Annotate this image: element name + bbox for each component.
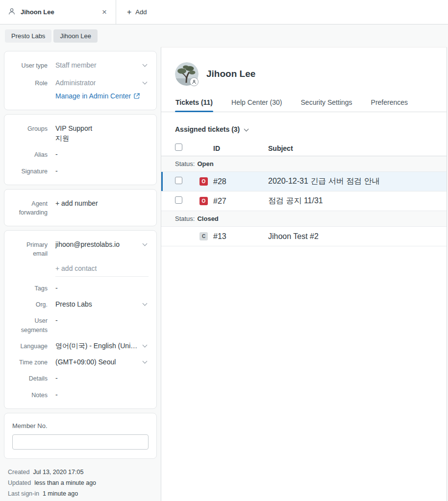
language-label: Language bbox=[12, 341, 48, 351]
breadcrumb-item-user[interactable]: Jihoon Lee bbox=[53, 29, 98, 43]
manage-admin-center-link[interactable]: Manage in Admin Center bbox=[55, 91, 140, 101]
ticket-subject[interactable]: Jihoon Test #2 bbox=[268, 232, 447, 241]
time-zone-select[interactable]: (GMT+09:00) Seoul bbox=[55, 357, 149, 367]
notes-value[interactable]: - bbox=[55, 390, 149, 400]
alias-label: Alias bbox=[12, 149, 48, 159]
plus-icon: + bbox=[127, 8, 131, 16]
language-select[interactable]: 영어(미국) - English (Unite... bbox=[55, 341, 149, 351]
primary-email-label: Primary email bbox=[12, 239, 48, 258]
updated-label: Updated bbox=[8, 479, 31, 486]
created-value: Jul 13, 2020 17:05 bbox=[33, 469, 83, 476]
user-tab[interactable]: Jihoon Lee × bbox=[0, 0, 116, 24]
ticket-subject[interactable]: 2020-12-31 긴급 서버 점검 안내 bbox=[268, 176, 447, 187]
org-label: Org. bbox=[12, 299, 48, 309]
user-fields-sidebar: User type Staff member Role Administrato… bbox=[0, 47, 161, 501]
chevron-down-icon bbox=[244, 126, 249, 131]
ticket-row[interactable]: C #13 Jihoon Test #2 bbox=[161, 227, 447, 246]
language-value: 영어(미국) - English (Unite... bbox=[55, 341, 139, 351]
chevron-down-icon bbox=[143, 359, 148, 364]
status-group-open: Status: Open bbox=[161, 156, 447, 172]
groups-label: Groups bbox=[12, 123, 48, 133]
ticket-row[interactable]: O #28 2020-12-31 긴급 서버 점검 안내 bbox=[161, 172, 447, 191]
status-badge-closed: C bbox=[199, 232, 208, 240]
status-badge-open: O bbox=[199, 197, 208, 205]
tab-security-settings[interactable]: Security Settings bbox=[300, 95, 353, 112]
tab-preferences[interactable]: Preferences bbox=[371, 95, 408, 112]
org-value: Presto Labs bbox=[55, 299, 92, 309]
row-checkbox[interactable] bbox=[175, 177, 182, 184]
details-label: Details bbox=[12, 373, 48, 383]
role-select[interactable]: Administrator bbox=[55, 78, 149, 88]
add-tab-button[interactable]: + Add bbox=[116, 0, 157, 24]
ticket-id: #13 bbox=[213, 232, 268, 241]
select-all-checkbox[interactable] bbox=[175, 143, 182, 151]
top-bar: Jihoon Lee × + Add bbox=[0, 0, 448, 24]
created-label: Created bbox=[8, 469, 29, 476]
notes-label: Notes bbox=[12, 390, 48, 400]
group-item: VIP Support bbox=[55, 123, 149, 133]
last-sign-in-label: Last sign-in bbox=[8, 490, 39, 497]
breadcrumb: Presto Labs Jihoon Lee bbox=[0, 24, 448, 47]
user-type-select[interactable]: Staff member bbox=[55, 60, 149, 70]
user-meta: CreatedJul 13, 2020 17:05 Updatedless th… bbox=[4, 463, 157, 497]
add-contact-button[interactable]: + add contact bbox=[55, 263, 149, 273]
status-label: Status: bbox=[175, 215, 195, 222]
add-tab-label: Add bbox=[135, 8, 147, 16]
status-value: Open bbox=[197, 160, 213, 167]
signature-label: Signature bbox=[12, 166, 48, 176]
card-identity: User type Staff member Role Administrato… bbox=[4, 51, 157, 110]
ticket-row[interactable]: O #27 점검 공지 11/31 bbox=[161, 191, 447, 211]
role-label: Role bbox=[12, 78, 48, 88]
details-value[interactable]: - bbox=[55, 373, 149, 383]
assigned-tickets-toggle[interactable]: Assigned tickets (3) bbox=[161, 112, 447, 141]
status-value: Closed bbox=[197, 215, 218, 222]
ticket-subject[interactable]: 점검 공지 11/31 bbox=[268, 196, 447, 206]
user-tab-title: Jihoon Lee bbox=[21, 8, 95, 16]
content-area: User type Staff member Role Administrato… bbox=[0, 47, 448, 501]
signature-value[interactable]: - bbox=[55, 166, 149, 176]
card-agent-forwarding: Agent forwarding + add number bbox=[4, 189, 157, 226]
primary-email-value: jihoon@prestolabs.io bbox=[55, 239, 120, 249]
tab-help-center[interactable]: Help Center (30) bbox=[231, 95, 283, 112]
user-segments-label: User segments bbox=[12, 315, 48, 334]
member-no-input[interactable] bbox=[12, 434, 149, 450]
user-type-value: Staff member bbox=[55, 60, 97, 70]
row-checkbox[interactable] bbox=[175, 196, 182, 204]
alias-value[interactable]: - bbox=[55, 149, 149, 159]
status-label: Status: bbox=[175, 160, 195, 167]
group-item: 지원 bbox=[55, 133, 149, 143]
status-badge-open: O bbox=[199, 177, 208, 186]
chevron-down-icon bbox=[143, 80, 148, 85]
avatar[interactable] bbox=[175, 62, 199, 86]
end-user-badge-icon bbox=[190, 77, 199, 86]
card-groups: Groups VIP Support 지원 Alias - Signature … bbox=[4, 114, 157, 185]
profile-header: Jihoon Lee bbox=[161, 48, 447, 86]
org-select[interactable]: Presto Labs bbox=[55, 299, 149, 309]
card-contact-details: Primary email jihoon@prestolabs.io + add… bbox=[4, 230, 157, 409]
chevron-down-icon bbox=[143, 342, 148, 347]
updated-value: less than a minute ago bbox=[34, 479, 96, 486]
user-profile-panel: Jihoon Lee Tickets (11) Help Center (30)… bbox=[161, 47, 447, 501]
time-zone-label: Time zone bbox=[12, 357, 48, 367]
profile-tabs: Tickets (11) Help Center (30) Security S… bbox=[161, 95, 447, 112]
ticket-table: ID Subject Status: Open O #28 2020-12-31… bbox=[161, 141, 447, 246]
role-value: Administrator bbox=[55, 78, 96, 88]
primary-email-select[interactable]: jihoon@prestolabs.io bbox=[55, 239, 149, 249]
column-header-id: ID bbox=[213, 144, 268, 152]
person-icon bbox=[8, 7, 16, 17]
tab-tickets[interactable]: Tickets (11) bbox=[175, 95, 213, 112]
agent-forwarding-label: Agent forwarding bbox=[12, 198, 48, 217]
close-tab-icon[interactable]: × bbox=[100, 7, 109, 17]
add-number-button[interactable]: + add number bbox=[55, 198, 149, 208]
chevron-down-icon bbox=[143, 241, 148, 246]
groups-value: VIP Support 지원 bbox=[55, 123, 149, 143]
last-sign-in-value: 1 minute ago bbox=[43, 490, 78, 497]
status-group-closed: Status: Closed bbox=[161, 211, 447, 227]
ticket-id: #27 bbox=[213, 197, 268, 206]
time-zone-value: (GMT+09:00) Seoul bbox=[55, 357, 116, 367]
tags-value[interactable]: - bbox=[55, 283, 149, 293]
user-segments-value[interactable]: - bbox=[55, 315, 149, 325]
table-header-row: ID Subject bbox=[161, 141, 447, 156]
breadcrumb-item-org[interactable]: Presto Labs bbox=[5, 29, 51, 43]
page-title: Jihoon Lee bbox=[206, 69, 255, 79]
